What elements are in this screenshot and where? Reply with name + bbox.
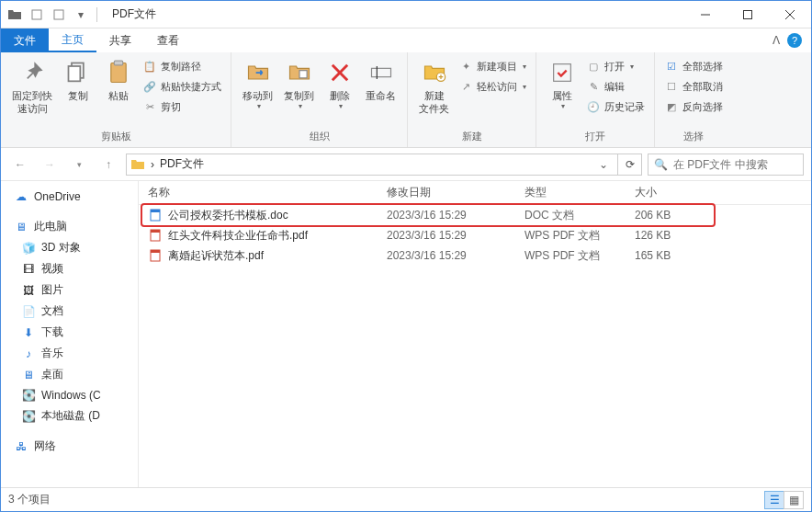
document-icon: 📄 xyxy=(21,304,36,319)
recent-locations-button[interactable]: ▾ xyxy=(67,153,91,176)
breadcrumb-chevron[interactable]: › xyxy=(151,158,154,171)
folder-icon xyxy=(130,157,145,172)
minimize-button[interactable] xyxy=(684,1,727,28)
close-button[interactable] xyxy=(769,1,811,28)
delete-button[interactable]: 删除▾ xyxy=(320,54,360,110)
group-label-organize: 组织 xyxy=(237,128,401,147)
copy-path-button[interactable]: 📋复制路径 xyxy=(139,56,225,76)
rename-icon xyxy=(367,58,396,87)
up-button[interactable]: ↑ xyxy=(96,153,120,176)
search-box[interactable]: 🔍 xyxy=(648,154,804,176)
nav-windows-c[interactable]: 💽Windows (C xyxy=(1,385,138,405)
search-icon: 🔍 xyxy=(654,158,668,171)
copy-to-button[interactable]: 复制到▾ xyxy=(278,54,320,110)
nav-this-pc[interactable]: 🖥此电脑 xyxy=(1,216,138,237)
rename-button[interactable]: 重命名 xyxy=(360,54,401,102)
paste-shortcut-label: 粘贴快捷方式 xyxy=(161,80,221,94)
nav-label: Windows (C xyxy=(41,389,101,402)
tab-share[interactable]: 共享 xyxy=(96,28,144,52)
history-button[interactable]: 🕘历史记录 xyxy=(582,97,648,117)
group-label-clipboard: 剪贴板 xyxy=(6,128,225,147)
delete-label: 删除 xyxy=(330,89,350,102)
breadcrumb[interactable]: › PDF文件 ⌄ xyxy=(126,154,618,176)
address-dropdown[interactable]: ⌄ xyxy=(593,158,614,171)
column-size[interactable]: 大小 xyxy=(626,185,717,200)
svg-rect-11 xyxy=(371,68,390,76)
maximize-button[interactable] xyxy=(727,1,769,28)
paste-button[interactable]: 粘贴 xyxy=(98,54,139,102)
view-large-icons-button[interactable]: ▦ xyxy=(784,491,804,509)
tab-view[interactable]: 查看 xyxy=(144,28,192,52)
qat-item-2[interactable] xyxy=(49,5,69,25)
column-date[interactable]: 修改日期 xyxy=(378,185,515,200)
edit-label: 编辑 xyxy=(604,80,625,94)
copy-label: 复制 xyxy=(68,89,88,102)
nav-onedrive[interactable]: ☁OneDrive xyxy=(1,187,138,207)
cut-label: 剪切 xyxy=(161,100,181,114)
qat-dropdown[interactable]: ▾ xyxy=(71,5,91,25)
file-name: 红头文件科技企业任命书.pdf xyxy=(168,229,308,242)
nav-local-d[interactable]: 💽本地磁盘 (D xyxy=(1,405,138,427)
nav-label: 本地磁盘 (D xyxy=(41,408,100,424)
titlebar: ▾ PDF文件 xyxy=(1,1,811,28)
table-row[interactable]: 红头文件科技企业任命书.pdf2023/3/16 15:29WPS PDF 文档… xyxy=(139,225,811,245)
table-row[interactable]: 公司授权委托书模板.doc2023/3/16 15:29DOC 文档206 KB xyxy=(139,205,811,225)
column-type[interactable]: 类型 xyxy=(515,185,626,200)
properties-button[interactable]: 属性▾ xyxy=(542,54,582,110)
help-button[interactable]: ? xyxy=(787,33,802,48)
file-type: WPS PDF 文档 xyxy=(515,228,626,244)
paste-shortcut-button[interactable]: 🔗粘贴快捷方式 xyxy=(139,76,225,97)
new-item-label: 新建项目 xyxy=(477,60,517,74)
table-row[interactable]: 离婚起诉状范本.pdf2023/3/16 15:29WPS PDF 文档165 … xyxy=(139,245,811,266)
nav-3d-objects[interactable]: 🧊3D 对象 xyxy=(1,237,138,258)
new-folder-button[interactable]: 新建 文件夹 xyxy=(413,54,455,115)
edit-button[interactable]: ✎编辑 xyxy=(582,76,648,97)
qat-item-1[interactable] xyxy=(27,5,47,25)
window-title: PDF文件 xyxy=(105,6,156,22)
ribbon-collapse-button[interactable]: ᐱ xyxy=(773,34,780,47)
forward-button[interactable]: → xyxy=(38,153,62,176)
navigation-pane: ☁OneDrive 🖥此电脑 🧊3D 对象 🎞视频 🖼图片 📄文档 ⬇下载 ♪音… xyxy=(1,181,139,487)
main: ☁OneDrive 🖥此电脑 🧊3D 对象 🎞视频 🖼图片 📄文档 ⬇下载 ♪音… xyxy=(1,181,811,487)
back-button[interactable]: ← xyxy=(8,153,32,176)
select-none-icon: ☐ xyxy=(664,79,679,94)
nav-downloads[interactable]: ⬇下载 xyxy=(1,322,138,343)
select-all-button[interactable]: ☑全部选择 xyxy=(660,56,727,76)
svg-rect-10 xyxy=(299,71,307,78)
nav-network[interactable]: 🖧网络 xyxy=(1,436,138,457)
nav-desktop[interactable]: 🖥桌面 xyxy=(1,364,138,385)
rename-label: 重命名 xyxy=(366,89,396,102)
refresh-button[interactable]: ⟳ xyxy=(618,154,642,176)
move-to-button[interactable]: 移动到▾ xyxy=(237,54,278,110)
search-input[interactable] xyxy=(673,158,811,171)
nav-videos[interactable]: 🎞视频 xyxy=(1,258,138,279)
column-name[interactable]: 名称 xyxy=(139,185,378,200)
new-item-button[interactable]: ✦新建项目▾ xyxy=(455,56,530,76)
ribbon-group-organize: 移动到▾ 复制到▾ 删除▾ 重命名 组织 xyxy=(231,52,408,147)
nav-documents[interactable]: 📄文档 xyxy=(1,301,138,322)
group-label-select: 选择 xyxy=(660,128,727,147)
new-folder-icon xyxy=(420,58,449,87)
pin-button[interactable]: 固定到快 速访问 xyxy=(6,54,58,115)
nav-music[interactable]: ♪音乐 xyxy=(1,343,138,364)
cut-button[interactable]: ✂剪切 xyxy=(139,97,225,117)
nav-label: 图片 xyxy=(41,282,63,298)
nav-pictures[interactable]: 🖼图片 xyxy=(1,279,138,301)
invert-selection-button[interactable]: ◩反向选择 xyxy=(660,97,727,117)
breadcrumb-current[interactable]: PDF文件 xyxy=(160,156,204,172)
view-details-button[interactable]: ☰ xyxy=(764,491,784,509)
group-label-new: 新建 xyxy=(413,128,530,147)
open-button[interactable]: ▢打开▾ xyxy=(582,56,648,76)
tab-home[interactable]: 主页 xyxy=(49,28,96,52)
select-none-label: 全部取消 xyxy=(682,80,723,94)
nav-label: 桌面 xyxy=(41,367,63,382)
copy-icon xyxy=(63,58,93,87)
svg-rect-16 xyxy=(151,210,160,212)
select-none-button[interactable]: ☐全部取消 xyxy=(660,76,727,97)
copy-button[interactable]: 复制 xyxy=(58,54,98,102)
tab-file[interactable]: 文件 xyxy=(1,28,49,52)
file-size: 126 KB xyxy=(626,229,717,242)
ribbon-right: ᐱ ? xyxy=(773,28,811,52)
open-icon: ▢ xyxy=(586,59,601,74)
easy-access-button[interactable]: ↗轻松访问▾ xyxy=(455,76,530,97)
